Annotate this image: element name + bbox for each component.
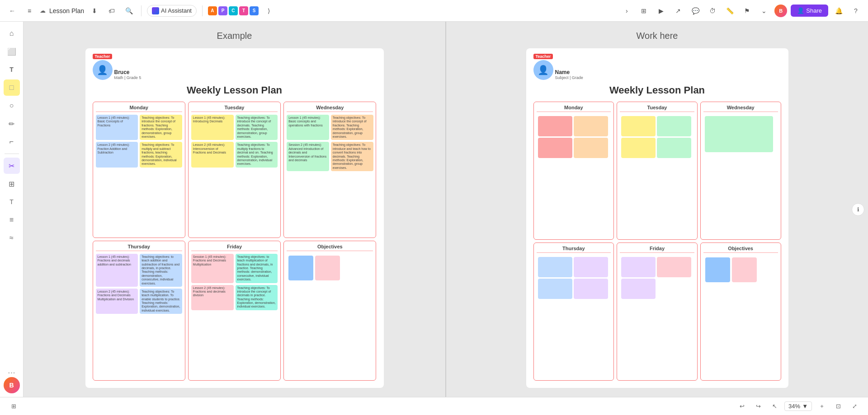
work-sticky-mon-2[interactable] (574, 116, 608, 136)
cursor-button[interactable]: ↖ (768, 400, 781, 413)
tag-t[interactable]: T (239, 6, 248, 15)
work-obj-sticky-blue[interactable] (705, 257, 730, 282)
day-header-objectives-example: Objectives (287, 244, 373, 251)
lesson-sticky-thu-1-note[interactable]: Teaching objectives: to teach addition a… (140, 254, 182, 287)
work-sticky-mon-1[interactable] (538, 116, 572, 136)
sidebar-sticky-icon[interactable]: □ (4, 79, 20, 96)
sidebar-frame-icon[interactable]: ⬜ (4, 43, 20, 60)
obj-sticky-pink[interactable] (315, 256, 340, 280)
info-button[interactable]: ℹ (852, 203, 864, 216)
sidebar-brush-icon[interactable]: ⌐ (4, 134, 20, 150)
lesson-sticky-fri-2-main[interactable]: Lesson 2 (45 minutes): Fractions and dec… (191, 285, 234, 310)
day-cell-monday: Monday Lesson 1 (45 minutes): Basic Conc… (93, 102, 185, 238)
lesson-sticky-mon-1-note[interactable]: Teaching objectives: To introduce the co… (140, 115, 182, 140)
redo-button[interactable]: ↪ (752, 400, 764, 413)
pointer-icon[interactable]: ↗ (671, 4, 685, 18)
back-button[interactable]: ← (5, 4, 19, 18)
collapse-button[interactable]: ⟩ (262, 4, 276, 18)
lesson-sticky-fri-1-note[interactable]: Teaching objectives: to teach multiplica… (236, 254, 278, 283)
timer-icon[interactable]: ⏱ (706, 4, 719, 18)
zoom-in-button[interactable]: + (816, 400, 828, 413)
sidebar-text-icon[interactable]: T (4, 61, 20, 78)
obj-sticky-blue[interactable] (288, 256, 313, 280)
sidebar-table-icon[interactable]: ⊞ (4, 176, 20, 192)
sidebar-list-icon[interactable]: ≡ (4, 212, 20, 228)
measure-icon[interactable]: 📏 (723, 4, 736, 18)
work-sticky-mon-4[interactable] (574, 138, 608, 158)
flag-icon[interactable]: ⚑ (740, 4, 754, 18)
play-icon[interactable]: ▶ (654, 4, 668, 18)
work-sticky-fri-3[interactable] (621, 279, 656, 299)
work-objectives-stickies (703, 256, 778, 284)
tag-button[interactable]: 🏷 (105, 4, 118, 18)
tag-a[interactable]: A (208, 6, 217, 15)
download-button[interactable]: ⬇ (88, 4, 101, 18)
bell-icon[interactable]: 🔔 (832, 4, 845, 18)
work-panel: Work here ℹ Teacher 👤 Name Subject | Gra… (446, 22, 868, 397)
work-sticky-tue-2[interactable] (657, 116, 691, 136)
work-sticky-tue-4[interactable] (657, 138, 691, 158)
lesson-sticky-thu-2-note[interactable]: Teaching objectives: To teach multiplica… (140, 289, 182, 314)
work-sticky-thu-2[interactable] (574, 257, 608, 277)
work-sticky-thu-3[interactable] (538, 279, 572, 299)
work-sticky-mon-3[interactable] (538, 138, 572, 158)
divider-1 (141, 5, 142, 16)
ai-assistant-button[interactable]: AI Assistant (147, 5, 197, 17)
lesson-sticky-mon-1-main[interactable]: Lesson 1 (45 minutes): Basic Concepts of… (96, 115, 138, 140)
example-panel: Example Teacher 👤 Bruce Math | Grade 5 W… (24, 22, 445, 397)
sidebar-home-icon[interactable]: ⌂ (4, 25, 20, 42)
lesson-sticky-mon-2-note[interactable]: Teaching objectives: To multiply and sub… (140, 142, 182, 167)
work-teacher-name: Name (555, 69, 583, 75)
comment-icon[interactable]: 💬 (689, 4, 702, 18)
fullscreen-button[interactable]: ⤢ (848, 400, 861, 413)
zoom-control[interactable]: 34% ▼ (784, 401, 812, 411)
tag-c[interactable]: C (229, 6, 238, 15)
sidebar-user-icon[interactable]: B (4, 377, 20, 393)
day-cell-tuesday: Tuesday Lesson 1 (45 minutes): Introduci… (188, 102, 281, 238)
work-sticky-fri-1[interactable] (621, 257, 656, 277)
sidebar-scissors-icon[interactable]: ✂ (4, 158, 20, 174)
lesson-sticky-tue-2-note[interactable]: Teaching objectives: To multiply fractio… (236, 142, 278, 167)
lesson-sticky-wed-2-note[interactable]: Teaching objectives: To introduce and te… (331, 142, 373, 171)
user-avatar[interactable]: B (774, 5, 787, 17)
lesson-sticky-thu-1-main[interactable]: Lesson 1 (45 minutes): Fractions and dec… (96, 254, 138, 287)
lesson-sticky-wed-2-main[interactable]: Session 2 (45 minutes): Advanced introdu… (287, 142, 329, 171)
frame-nav-button[interactable]: ⊞ (7, 400, 20, 413)
work-sticky-wed-1[interactable] (705, 116, 773, 152)
sidebar-lines-icon[interactable]: ≈ (4, 230, 20, 246)
share-button[interactable]: 👤 Share (791, 5, 828, 17)
bottom-right: ↩ ↪ ↖ 34% ▼ + ⊡ ⤢ (736, 400, 861, 413)
work-sticky-thu-1[interactable] (538, 257, 572, 277)
lesson-sticky-tue-1-note[interactable]: Teaching objectives: To introduce the co… (236, 115, 278, 140)
nav-prev[interactable]: › (620, 4, 633, 18)
zoom-fit-button[interactable]: ⊡ (832, 400, 844, 413)
menu-button[interactable]: ≡ (23, 4, 36, 18)
lesson-sticky-thu-2-main[interactable]: Lesson 2 (45 minutes): Fractions and Dec… (96, 289, 138, 314)
template-icon[interactable]: ⊞ (637, 4, 651, 18)
undo-button[interactable]: ↩ (736, 400, 748, 413)
search-button[interactable]: 🔍 (122, 4, 136, 18)
lesson-sticky-tue-1-main[interactable]: Lesson 1 (45 minutes): Introducing Decim… (191, 115, 234, 140)
tag-p[interactable]: P (218, 6, 227, 15)
main-area: ⌂ ⬜ T □ ○ ✏ ⌐ ✂ ⊞ T ≡ ≈ • • • B Example … (0, 22, 868, 397)
lesson-sticky-fri-1-main[interactable]: Session 1 (45 minutes): Fractions and De… (191, 254, 234, 283)
lesson-sticky-tue-2-main[interactable]: Lesson 2 (45 minutes): Interconversion o… (191, 142, 234, 167)
help-icon[interactable]: ? (849, 4, 863, 18)
tag-s[interactable]: S (250, 6, 259, 15)
sidebar-pen-icon[interactable]: ✏ (4, 116, 20, 132)
lesson-sticky-wed-1-main[interactable]: Lesson 1 (45 minutes): Basic concepts an… (287, 115, 329, 140)
sidebar-text2-icon[interactable]: T (4, 194, 20, 210)
sidebar-shapes-icon[interactable]: ○ (4, 98, 20, 114)
work-sticky-tue-3[interactable] (621, 138, 656, 158)
work-sticky-thu-4[interactable] (574, 279, 608, 299)
work-obj-sticky-pink[interactable] (732, 257, 757, 282)
lesson-sticky-wed-1-note[interactable]: Teaching objectives: To introduce the co… (331, 115, 373, 140)
lesson-row-fri-2: Lesson 2 (45 minutes): Fractions and dec… (191, 285, 278, 310)
work-sticky-fri-2[interactable] (657, 257, 691, 277)
lesson-sticky-fri-2-note[interactable]: Teaching objectives: To introduce the co… (236, 285, 278, 310)
chevron-down-icon[interactable]: ⌄ (757, 4, 771, 18)
work-sticky-tue-1[interactable] (621, 116, 656, 136)
lesson-sticky-mon-2-main[interactable]: Lesson 2 (45 minutes): Fraction Addition… (96, 142, 138, 167)
work-teacher-tag: Teacher (533, 54, 553, 59)
lesson-row-wed-2: Session 2 (45 minutes): Advanced introdu… (287, 142, 373, 171)
